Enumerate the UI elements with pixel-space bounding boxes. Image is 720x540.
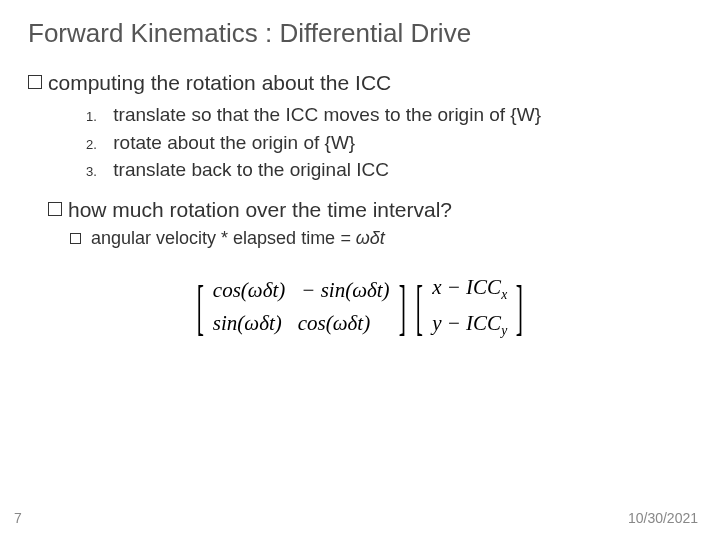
list-item: 1. translate so that the ICC moves to th… — [86, 101, 692, 129]
cell-subscript: y — [501, 323, 507, 338]
step-number: 2. — [86, 136, 108, 155]
left-bracket-icon: [ — [416, 276, 423, 338]
bullet-text: computing the rotation about the ICC — [48, 71, 391, 95]
step-number: 3. — [86, 163, 108, 182]
step-text: translate back to the original ICC — [113, 159, 389, 180]
equation-tail: = ωδt — [335, 228, 385, 248]
matrix-cells: x − ICCx y − ICCy — [424, 271, 515, 343]
matrix-cell: sin(ωδt) — [205, 307, 290, 340]
square-bullet-icon — [28, 75, 42, 89]
matrix-cell: y − ICCy — [424, 307, 515, 343]
position-vector: [ x − ICCx y − ICCy ] — [415, 271, 523, 343]
slide-title: Forward Kinematics : Differential Drive — [28, 18, 692, 49]
step-number: 1. — [86, 108, 108, 127]
matrix-cell: cos(ωδt) — [205, 274, 293, 307]
sub-bullet-angular-velocity: angular velocity * elapsed time = ωδt — [70, 228, 692, 249]
square-bullet-icon — [48, 202, 62, 216]
list-item: 3. translate back to the original ICC — [86, 156, 692, 184]
footer-date: 10/30/2021 — [628, 510, 698, 526]
steps-list: 1. translate so that the ICC moves to th… — [86, 101, 692, 184]
right-bracket-icon: ] — [516, 276, 523, 338]
matrix-cells: cos(ωδt) − sin(ωδt) sin(ωδt) cos(ωδt) — [205, 274, 398, 340]
slide: Forward Kinematics : Differential Drive … — [0, 0, 720, 540]
bullet-text: how much rotation over the time interval… — [68, 198, 452, 222]
rotation-matrix: [ cos(ωδt) − sin(ωδt) sin(ωδt) cos(ωδt) … — [196, 274, 406, 340]
sub-bullet-text: angular velocity * elapsed time = ωδt — [91, 228, 385, 249]
page-number: 7 — [14, 510, 22, 526]
cell-subscript: x — [501, 287, 507, 302]
sub-text-literal: angular velocity * elapsed time — [91, 228, 335, 248]
matrix-equation: [ cos(ωδt) − sin(ωδt) sin(ωδt) cos(ωδt) … — [28, 271, 692, 343]
matrix-cell: cos(ωδt) — [290, 307, 378, 340]
bullet-rotation-question: how much rotation over the time interval… — [48, 198, 692, 222]
list-item: 2. rotate about the origin of {W} — [86, 129, 692, 157]
matrix-cell: x − ICCx — [424, 271, 515, 307]
cell-pre: y − ICC — [432, 311, 501, 335]
square-bullet-icon — [70, 233, 81, 244]
left-bracket-icon: [ — [197, 276, 204, 338]
right-bracket-icon: ] — [398, 276, 405, 338]
bullet-computing: computing the rotation about the ICC — [28, 71, 692, 95]
step-text: rotate about the origin of {W} — [113, 132, 355, 153]
matrix-cell: − sin(ωδt) — [293, 274, 397, 307]
step-text: translate so that the ICC moves to the o… — [113, 104, 541, 125]
cell-pre: x − ICC — [432, 275, 501, 299]
